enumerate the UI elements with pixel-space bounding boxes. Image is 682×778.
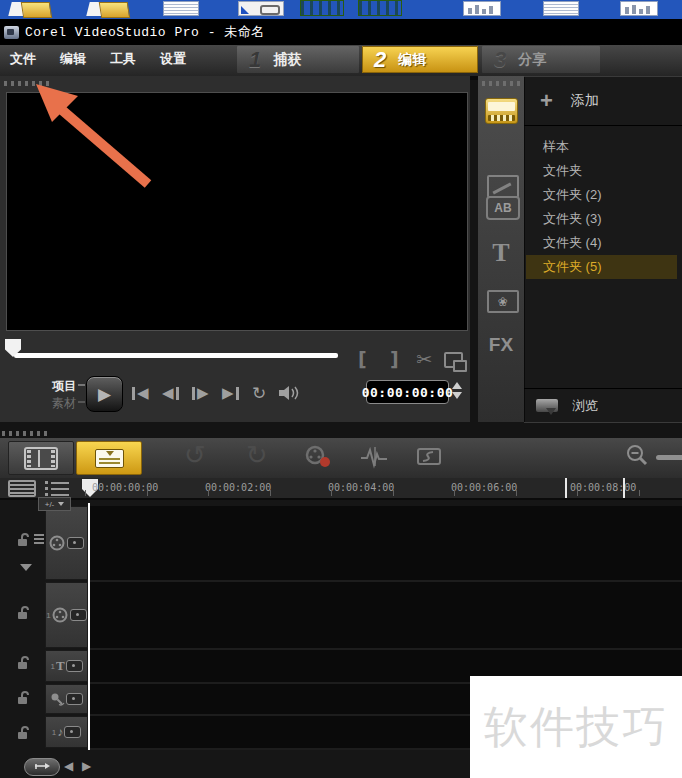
- lock-icon[interactable]: [16, 725, 30, 741]
- clip-mode-label[interactable]: 素材: [52, 395, 76, 412]
- video-track-header[interactable]: [45, 506, 88, 580]
- storyboard-view-button[interactable]: [8, 441, 74, 475]
- volume-button[interactable]: [278, 382, 300, 404]
- step-tab-share[interactable]: 3 分享: [482, 46, 600, 73]
- desktop-archive-icon[interactable]: [300, 0, 344, 16]
- split-clip-scissors-icon[interactable]: ✂: [416, 348, 432, 370]
- voice-track-header[interactable]: [45, 684, 88, 714]
- timeline-panel-grip[interactable]: [2, 431, 50, 436]
- library-item-samples[interactable]: 样本: [526, 135, 677, 159]
- desktop-document-icon[interactable]: [163, 1, 199, 16]
- microphone-icon: [50, 692, 65, 707]
- lock-icon[interactable]: [16, 532, 30, 548]
- desktop-archive-icon[interactable]: [358, 0, 402, 16]
- library-folder-list: + 添加 样本 文件夹 文件夹 (2) 文件夹 (3) 文件夹 (4) 文件夹 …: [524, 76, 682, 422]
- transition-library-icon[interactable]: [487, 175, 519, 198]
- graphic-library-icon[interactable]: ❀: [487, 290, 519, 313]
- menu-edit[interactable]: 编辑: [60, 50, 86, 68]
- overlay-track-header[interactable]: 1: [45, 582, 88, 648]
- desktop-spreadsheet-icon[interactable]: [620, 1, 658, 16]
- mark-in-button[interactable]: [: [358, 348, 367, 370]
- panel-grip[interactable]: [482, 81, 520, 86]
- media-library-icon[interactable]: [485, 98, 518, 124]
- ruler-marker-line: [565, 478, 567, 498]
- step-tab-edit-active[interactable]: 2 编辑: [362, 46, 478, 73]
- lock-icon[interactable]: [16, 655, 30, 671]
- eye-icon: [67, 537, 84, 549]
- preview-panel: [ ] ✂ 项目 素材 ▶ ◀ ◀ ▶ ▶ ↻ 00:00:00:00: [0, 76, 470, 422]
- browse-button[interactable]: 浏览: [524, 388, 682, 422]
- lock-icon[interactable]: [16, 605, 30, 621]
- music-track-header[interactable]: 1 ♪: [45, 716, 88, 748]
- film-reel-icon: [49, 535, 66, 551]
- step-tab-capture[interactable]: 1 捕获: [237, 46, 359, 73]
- film-reel-icon: [52, 607, 69, 623]
- auto-music-button[interactable]: [416, 445, 444, 473]
- previous-frame-button[interactable]: ◀: [162, 382, 179, 404]
- library-item-folder-2[interactable]: 文件夹 (2): [526, 183, 677, 207]
- desktop-folder-icon[interactable]: [86, 2, 132, 16]
- eye-icon: [70, 609, 87, 621]
- panel-grip[interactable]: [4, 81, 52, 86]
- library-panel: AB T ❀ FX + 添加 样本 文件夹 文件夹 (2) 文件夹 (3) 文件…: [478, 76, 682, 422]
- menu-tools[interactable]: 工具: [110, 50, 136, 68]
- filter-fx-library-icon[interactable]: FX: [486, 334, 516, 356]
- library-item-folder-5-selected[interactable]: 文件夹 (5): [526, 255, 677, 279]
- library-item-folder[interactable]: 文件夹: [526, 159, 677, 183]
- video-track-lane[interactable]: [90, 506, 682, 582]
- enlarge-preview-icon[interactable]: [444, 352, 463, 368]
- timeline-toolbar: ↺ ↻: [0, 438, 682, 479]
- add-folder-button[interactable]: + 添加: [524, 76, 682, 126]
- waveform-icon: [360, 445, 390, 469]
- sound-mixer-button[interactable]: [360, 445, 390, 473]
- title-track-header[interactable]: 1 T: [45, 650, 88, 682]
- next-frame-button[interactable]: ▶: [192, 382, 209, 404]
- go-to-start-button[interactable]: ◀: [132, 382, 149, 404]
- timecode-increment-button[interactable]: [452, 382, 462, 389]
- chevron-down-icon: [58, 502, 64, 506]
- track-list-button[interactable]: [45, 481, 71, 496]
- videostudio-window: Corel VideoStudio Pro - 未命名 文件 编辑 工具 设置 …: [0, 0, 682, 778]
- graphic-ab-library-icon[interactable]: AB: [486, 196, 520, 220]
- watermark-text: 软件技巧: [484, 698, 668, 757]
- desktop-shortcut-icon[interactable]: [238, 1, 284, 16]
- library-item-folder-4[interactable]: 文件夹 (4): [526, 231, 677, 255]
- record-capture-option-button[interactable]: [304, 445, 332, 473]
- go-to-end-button[interactable]: ▶: [222, 382, 239, 404]
- eye-icon: [64, 726, 81, 738]
- timeline-view-button-active[interactable]: [76, 441, 142, 475]
- timeline-zoom-slider[interactable]: [656, 455, 682, 460]
- project-mode-label[interactable]: 项目: [52, 378, 76, 395]
- lock-icon[interactable]: [16, 690, 30, 706]
- swap-track-button[interactable]: [24, 758, 60, 776]
- watermark-overlay: 软件技巧: [470, 676, 682, 778]
- mark-out-button[interactable]: ]: [390, 348, 399, 370]
- scrubber-track[interactable]: [14, 353, 338, 358]
- play-button[interactable]: ▶: [86, 376, 123, 412]
- desktop-folder-icon[interactable]: [8, 2, 54, 16]
- title-library-icon[interactable]: T: [486, 239, 516, 267]
- track-list-toggle-icon[interactable]: [34, 534, 44, 544]
- zoom-out-button[interactable]: [626, 444, 650, 472]
- timeline-ruler[interactable]: 00:00:00:00 00:00:02:00 00:00:04:00 00:0…: [0, 478, 682, 500]
- timecode-display[interactable]: 00:00:00:00: [366, 380, 449, 404]
- redo-button[interactable]: ↻: [246, 440, 268, 470]
- desktop-document-icon[interactable]: [543, 1, 579, 16]
- track-manager-button[interactable]: [8, 480, 36, 497]
- desktop-spreadsheet-icon[interactable]: [463, 1, 501, 16]
- ruler-marker-line: [623, 478, 625, 498]
- window-title: Corel VideoStudio Pro - 未命名: [25, 23, 265, 41]
- menu-file[interactable]: 文件: [10, 50, 36, 68]
- plus-icon: +: [540, 90, 553, 112]
- menu-settings[interactable]: 设置: [160, 50, 186, 68]
- add-remove-track-button[interactable]: +/-: [38, 497, 71, 511]
- timeline-cursor[interactable]: [88, 503, 90, 750]
- collapse-track-icon[interactable]: [20, 564, 32, 571]
- scroll-left-button[interactable]: ◀: [64, 758, 73, 774]
- timecode-decrement-button[interactable]: [452, 392, 462, 399]
- overlay-track-lane[interactable]: [90, 582, 682, 650]
- scroll-right-button[interactable]: ▶: [82, 758, 91, 774]
- undo-button[interactable]: ↺: [184, 440, 206, 470]
- repeat-button[interactable]: ↻: [252, 382, 266, 404]
- library-item-folder-3[interactable]: 文件夹 (3): [526, 207, 677, 231]
